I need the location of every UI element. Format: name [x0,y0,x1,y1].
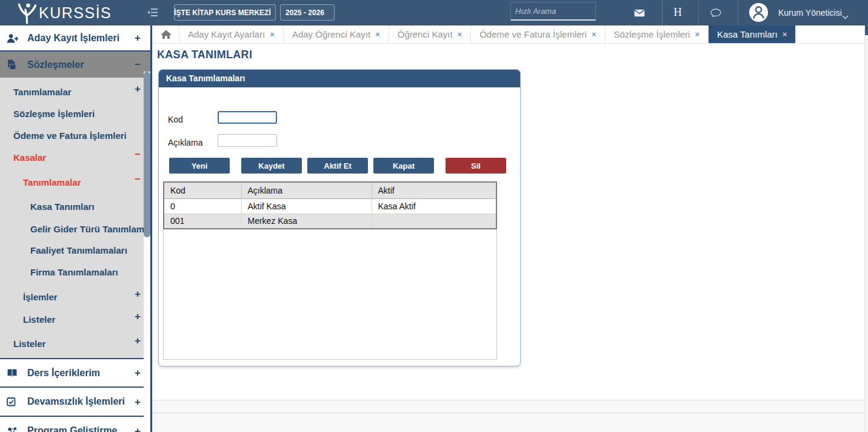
footer-band [153,413,864,432]
expand-icon[interactable]: + [135,289,141,299]
tab-label: Sözleşme İşlemleri [614,29,690,39]
close-icon[interactable]: × [270,30,275,39]
page-scrollbar-track[interactable] [864,25,868,432]
tab-odeme-ve-fatura-islemleri[interactable]: Ödeme ve Fatura İşlemleri × [471,25,605,43]
sidebar-section-devamsizlik-islemleri[interactable]: Devamsızlık İşlemleri + [0,386,150,416]
close-icon[interactable]: × [592,30,596,39]
collapse-icon[interactable]: − [135,174,141,184]
sidebar-item-listeler[interactable]: Listeler + [0,336,150,353]
aktif-et-button[interactable]: Aktif Et [307,158,368,174]
close-icon[interactable]: × [375,30,380,39]
branch-selector-value: İŞTE KİTAP KURS MERKEZİ [174,8,271,17]
mail-icon[interactable] [634,8,645,19]
expand-icon[interactable]: + [135,84,141,94]
chevron-down-icon[interactable] [842,11,849,22]
sidebar-item-label: Tanımlamalar [13,87,72,97]
kod-label: Kod [168,115,183,124]
user-icon [749,3,768,22]
table-header-row: Kod Açıklama Aktif [164,182,496,198]
open-tabs-bar: Aday Kayıt Ayarları × Aday Öğrenci Kayıt… [152,25,864,44]
home-tab[interactable] [153,25,179,43]
kaydet-button[interactable]: Kaydet [241,158,302,174]
sidebar-section-label: Aday Kayıt İşlemleri [27,33,119,44]
sidebar-section-label: Ders İçeriklerim [27,368,100,379]
cell-kod[interactable]: 0 [164,198,241,214]
school-year-dropdown[interactable]: 2025 - 2026 [280,4,335,21]
cell-aciklama[interactable]: Aktif Kasa [241,198,372,214]
header-divider [698,0,699,25]
sil-button[interactable]: Sil [446,158,506,174]
sidebar-item-faaliyet-tanimlamalari[interactable]: Faaliyet Tanımlamaları [0,242,150,259]
collapse-icon[interactable]: − [135,59,141,70]
tab-kasa-tanimlari-active[interactable]: Kasa Tanımları × [709,25,796,43]
chat-icon[interactable] [710,8,721,19]
sidebar-item-label: Sözleşme İşlemleri [13,109,95,119]
expand-icon[interactable]: + [135,397,141,407]
col-header-aktif[interactable]: Aktif [372,182,496,198]
sidebar-section-label: Program Geliştirme [27,425,118,432]
kapat-button[interactable]: Kapat [373,158,434,174]
sidebar-section-program-gelistirme[interactable]: Program Geliştirme + [0,416,150,432]
sidebar-item-label: Listeler [13,339,45,349]
user-name[interactable]: Kurum Yöneticisi [778,8,842,18]
sidebar-section-label: Devamsızlık İşlemleri [27,396,125,407]
yeni-button[interactable]: Yeni [169,158,230,174]
document-icon [7,59,20,70]
sidebar-item-label: İşlemler [23,292,58,302]
close-icon[interactable]: × [695,30,699,39]
sidebar-item-firma-tanimlamalari[interactable]: Firma Tanımlamaları [0,264,150,281]
top-header-bar: KURSSİS İŞTE KİTAP KURS MERKEZİ 2025 - 2… [0,0,868,25]
col-header-aciklama[interactable]: Açıklama [241,182,372,198]
expand-icon[interactable]: + [135,311,141,322]
avatar[interactable] [749,3,768,22]
expand-icon[interactable]: + [135,426,141,432]
expand-icon[interactable]: + [135,33,141,43]
panel-header: Kasa Tanımlamaları [159,70,520,87]
sidebar: Aday Kayıt İşlemleri + Sözleşmeler − Tan… [0,25,152,432]
sidebar-item-kasa-tanimlari[interactable]: Kasa Tanımları [0,198,150,215]
col-header-kod[interactable]: Kod [164,182,241,198]
tab-sozlesme-islemleri[interactable]: Sözleşme İşlemleri × [606,25,709,43]
sidebar-item-tanimlamalar[interactable]: Tanımlamalar + [0,84,150,101]
branch-selector-dropdown[interactable]: İŞTE KİTAP KURS MERKEZİ [174,4,276,21]
sidebar-item-kasalar-tanimlamalar[interactable]: Tanımlamalar − [0,174,150,191]
table-row[interactable]: 0 Aktif Kasa Kasa Aktif [164,198,496,214]
table-row[interactable]: 001 Merkez Kasa [164,214,496,229]
h-badge[interactable]: H [672,5,684,19]
tab-ogrenci-kayit[interactable]: Öğrenci Kayıt × [389,25,471,43]
cell-aktif[interactable]: Kasa Aktif [372,198,496,214]
sidebar-toggle-icon[interactable] [147,8,158,17]
sidebar-item-islemler[interactable]: İşlemler + [0,289,150,306]
expand-icon[interactable]: + [135,368,141,378]
page-title: KASA TANIMLARI [157,49,252,61]
expand-icon[interactable]: + [135,336,141,346]
close-icon[interactable]: × [458,30,462,39]
sidebar-scrollbar-thumb[interactable] [144,72,150,237]
close-icon[interactable]: × [783,30,787,39]
tab-aday-kayit-ayarlari[interactable]: Aday Kayıt Ayarları × [179,25,284,43]
sidebar-item-gelir-gider-turu-tanimlamalari[interactable]: Gelir Gider Türü Tanımlamaları [0,221,150,238]
sidebar-section-aday-kayit-islemleri[interactable]: Aday Kayıt İşlemleri + [0,25,150,52]
tab-aday-ogrenci-kayit[interactable]: Aday Öğrenci Kayıt × [284,25,389,43]
kod-input[interactable] [218,111,277,124]
sidebar-item-sozlesme-islemleri[interactable]: Sözleşme İşlemleri [0,106,150,123]
sidebar-item-odeme-ve-fatura-islemleri[interactable]: Ödeme ve Fatura İşlemleri [0,127,150,144]
quick-search-input[interactable] [511,2,595,19]
sidebar-section-ders-iceriklerim[interactable]: Ders İçeriklerim + [0,358,150,386]
sidebar-item-listeler-inner[interactable]: Listeler + [0,311,150,328]
sidebar-item-kasalar[interactable]: Kasalar − [0,149,150,166]
book-icon [7,368,20,377]
cell-aciklama[interactable]: Merkez Kasa [241,214,372,229]
cell-aktif[interactable] [372,214,496,229]
sidebar-section-sozlesmeler[interactable]: Sözleşmeler − [0,52,150,78]
page-scrollbar-thumb[interactable] [865,25,868,35]
header-divider [662,0,663,25]
sidebar-item-label: Kasalar [13,152,46,163]
collapse-icon[interactable]: − [135,149,141,160]
app-logo[interactable]: KURSSİS [16,2,112,24]
quick-search-box [510,2,596,21]
aciklama-input[interactable] [218,134,277,147]
tab-label: Kasa Tanımları [717,29,778,39]
cell-kod[interactable]: 001 [164,214,241,229]
logo-mark-icon [16,2,38,24]
